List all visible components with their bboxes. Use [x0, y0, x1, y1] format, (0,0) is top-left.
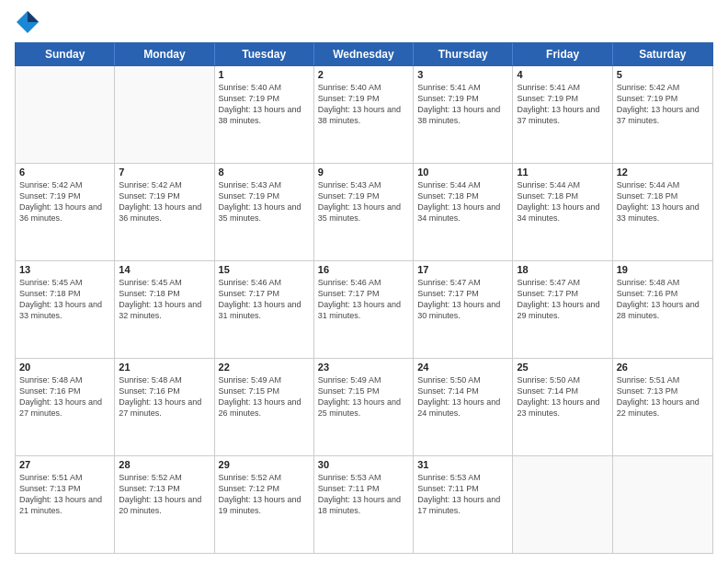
header-day-tuesday: Tuesday	[215, 43, 314, 65]
week-row-4: 20Sunrise: 5:48 AM Sunset: 7:16 PM Dayli…	[16, 359, 712, 456]
cal-cell-5-2: 28Sunrise: 5:52 AM Sunset: 7:13 PM Dayli…	[115, 456, 214, 553]
day-number: 4	[517, 69, 608, 80]
calendar-header-row: SundayMondayTuesdayWednesdayThursdayFrid…	[15, 42, 713, 66]
cal-cell-2-7: 12Sunrise: 5:44 AM Sunset: 7:18 PM Dayli…	[613, 164, 712, 260]
day-info: Sunrise: 5:41 AM Sunset: 7:19 PM Dayligh…	[517, 82, 608, 127]
cal-cell-5-6	[513, 456, 612, 553]
day-number: 31	[417, 459, 508, 470]
day-info: Sunrise: 5:44 AM Sunset: 7:18 PM Dayligh…	[417, 179, 508, 224]
day-number: 21	[119, 362, 210, 373]
day-number: 30	[318, 459, 409, 470]
svg-marker-1	[28, 11, 39, 22]
day-info: Sunrise: 5:45 AM Sunset: 7:18 PM Dayligh…	[19, 277, 110, 322]
day-number: 10	[417, 167, 508, 178]
day-number: 5	[617, 69, 709, 80]
cal-cell-3-1: 13Sunrise: 5:45 AM Sunset: 7:18 PM Dayli…	[16, 261, 115, 358]
day-number: 7	[119, 167, 210, 178]
cal-cell-3-2: 14Sunrise: 5:45 AM Sunset: 7:18 PM Dayli…	[115, 261, 214, 358]
day-info: Sunrise: 5:50 AM Sunset: 7:14 PM Dayligh…	[517, 374, 608, 419]
day-number: 1	[219, 69, 310, 80]
logo	[15, 9, 44, 35]
day-info: Sunrise: 5:42 AM Sunset: 7:19 PM Dayligh…	[617, 82, 709, 127]
day-info: Sunrise: 5:40 AM Sunset: 7:19 PM Dayligh…	[219, 82, 310, 127]
cal-cell-1-6: 4Sunrise: 5:41 AM Sunset: 7:19 PM Daylig…	[513, 66, 612, 163]
day-info: Sunrise: 5:51 AM Sunset: 7:13 PM Dayligh…	[19, 472, 110, 517]
cal-cell-5-7	[613, 456, 712, 553]
day-info: Sunrise: 5:47 AM Sunset: 7:17 PM Dayligh…	[417, 277, 508, 322]
day-info: Sunrise: 5:41 AM Sunset: 7:19 PM Dayligh…	[417, 82, 508, 127]
day-number: 13	[19, 264, 110, 275]
cal-cell-4-4: 23Sunrise: 5:49 AM Sunset: 7:15 PM Dayli…	[314, 359, 414, 455]
cal-cell-2-4: 9Sunrise: 5:43 AM Sunset: 7:19 PM Daylig…	[314, 164, 414, 260]
cal-cell-1-3: 1Sunrise: 5:40 AM Sunset: 7:19 PM Daylig…	[215, 66, 314, 163]
day-info: Sunrise: 5:43 AM Sunset: 7:19 PM Dayligh…	[318, 179, 409, 224]
day-number: 20	[19, 362, 110, 373]
day-number: 3	[417, 69, 508, 80]
day-info: Sunrise: 5:52 AM Sunset: 7:13 PM Dayligh…	[119, 472, 210, 517]
day-number: 24	[417, 362, 508, 373]
header-day-sunday: Sunday	[16, 43, 115, 65]
day-info: Sunrise: 5:50 AM Sunset: 7:14 PM Dayligh…	[417, 374, 508, 419]
day-number: 23	[318, 362, 409, 373]
day-info: Sunrise: 5:49 AM Sunset: 7:15 PM Dayligh…	[219, 374, 310, 419]
day-number: 22	[219, 362, 310, 373]
logo-icon	[15, 9, 40, 35]
cal-cell-5-5: 31Sunrise: 5:53 AM Sunset: 7:11 PM Dayli…	[414, 456, 513, 553]
cal-cell-4-1: 20Sunrise: 5:48 AM Sunset: 7:16 PM Dayli…	[16, 359, 115, 455]
cal-cell-5-3: 29Sunrise: 5:52 AM Sunset: 7:12 PM Dayli…	[215, 456, 314, 553]
cal-cell-4-5: 24Sunrise: 5:50 AM Sunset: 7:14 PM Dayli…	[414, 359, 513, 455]
day-info: Sunrise: 5:42 AM Sunset: 7:19 PM Dayligh…	[119, 179, 210, 224]
day-number: 28	[119, 459, 210, 470]
header-day-wednesday: Wednesday	[314, 43, 414, 65]
cal-cell-2-6: 11Sunrise: 5:44 AM Sunset: 7:18 PM Dayli…	[513, 164, 612, 260]
day-number: 2	[318, 69, 409, 80]
day-number: 17	[417, 264, 508, 275]
day-info: Sunrise: 5:53 AM Sunset: 7:11 PM Dayligh…	[417, 472, 508, 517]
day-info: Sunrise: 5:47 AM Sunset: 7:17 PM Dayligh…	[517, 277, 608, 322]
day-number: 29	[219, 459, 310, 470]
day-info: Sunrise: 5:48 AM Sunset: 7:16 PM Dayligh…	[617, 277, 709, 322]
day-number: 14	[119, 264, 210, 275]
cal-cell-5-1: 27Sunrise: 5:51 AM Sunset: 7:13 PM Dayli…	[16, 456, 115, 553]
day-info: Sunrise: 5:42 AM Sunset: 7:19 PM Dayligh…	[19, 179, 110, 224]
day-info: Sunrise: 5:53 AM Sunset: 7:11 PM Dayligh…	[318, 472, 409, 517]
cal-cell-4-6: 25Sunrise: 5:50 AM Sunset: 7:14 PM Dayli…	[513, 359, 612, 455]
day-number: 15	[219, 264, 310, 275]
day-info: Sunrise: 5:40 AM Sunset: 7:19 PM Dayligh…	[318, 82, 409, 127]
cal-cell-3-3: 15Sunrise: 5:46 AM Sunset: 7:17 PM Dayli…	[215, 261, 314, 358]
day-info: Sunrise: 5:44 AM Sunset: 7:18 PM Dayligh…	[517, 179, 608, 224]
cal-cell-1-1	[16, 66, 115, 163]
cal-cell-1-4: 2Sunrise: 5:40 AM Sunset: 7:19 PM Daylig…	[314, 66, 414, 163]
calendar-body: 1Sunrise: 5:40 AM Sunset: 7:19 PM Daylig…	[15, 66, 713, 554]
header	[15, 9, 713, 35]
week-row-2: 6Sunrise: 5:42 AM Sunset: 7:19 PM Daylig…	[16, 164, 712, 261]
calendar: SundayMondayTuesdayWednesdayThursdayFrid…	[15, 42, 713, 554]
day-info: Sunrise: 5:49 AM Sunset: 7:15 PM Dayligh…	[318, 374, 409, 419]
day-number: 16	[318, 264, 409, 275]
cal-cell-4-3: 22Sunrise: 5:49 AM Sunset: 7:15 PM Dayli…	[215, 359, 314, 455]
cal-cell-4-7: 26Sunrise: 5:51 AM Sunset: 7:13 PM Dayli…	[613, 359, 712, 455]
week-row-1: 1Sunrise: 5:40 AM Sunset: 7:19 PM Daylig…	[16, 66, 712, 164]
cal-cell-1-2	[115, 66, 214, 163]
day-info: Sunrise: 5:52 AM Sunset: 7:12 PM Dayligh…	[219, 472, 310, 517]
cal-cell-2-1: 6Sunrise: 5:42 AM Sunset: 7:19 PM Daylig…	[16, 164, 115, 260]
cal-cell-2-5: 10Sunrise: 5:44 AM Sunset: 7:18 PM Dayli…	[414, 164, 513, 260]
header-day-thursday: Thursday	[414, 43, 513, 65]
cal-cell-1-7: 5Sunrise: 5:42 AM Sunset: 7:19 PM Daylig…	[613, 66, 712, 163]
week-row-5: 27Sunrise: 5:51 AM Sunset: 7:13 PM Dayli…	[16, 456, 712, 553]
cal-cell-1-5: 3Sunrise: 5:41 AM Sunset: 7:19 PM Daylig…	[414, 66, 513, 163]
cal-cell-4-2: 21Sunrise: 5:48 AM Sunset: 7:16 PM Dayli…	[115, 359, 214, 455]
day-info: Sunrise: 5:45 AM Sunset: 7:18 PM Dayligh…	[119, 277, 210, 322]
day-number: 6	[19, 167, 110, 178]
week-row-3: 13Sunrise: 5:45 AM Sunset: 7:18 PM Dayli…	[16, 261, 712, 359]
day-number: 25	[517, 362, 608, 373]
day-info: Sunrise: 5:46 AM Sunset: 7:17 PM Dayligh…	[219, 277, 310, 322]
day-info: Sunrise: 5:46 AM Sunset: 7:17 PM Dayligh…	[318, 277, 409, 322]
day-number: 18	[517, 264, 608, 275]
cal-cell-3-4: 16Sunrise: 5:46 AM Sunset: 7:17 PM Dayli…	[314, 261, 414, 358]
cal-cell-5-4: 30Sunrise: 5:53 AM Sunset: 7:11 PM Dayli…	[314, 456, 414, 553]
day-number: 8	[219, 167, 310, 178]
day-info: Sunrise: 5:43 AM Sunset: 7:19 PM Dayligh…	[219, 179, 310, 224]
calendar-page: SundayMondayTuesdayWednesdayThursdayFrid…	[0, 0, 728, 563]
cal-cell-2-3: 8Sunrise: 5:43 AM Sunset: 7:19 PM Daylig…	[215, 164, 314, 260]
